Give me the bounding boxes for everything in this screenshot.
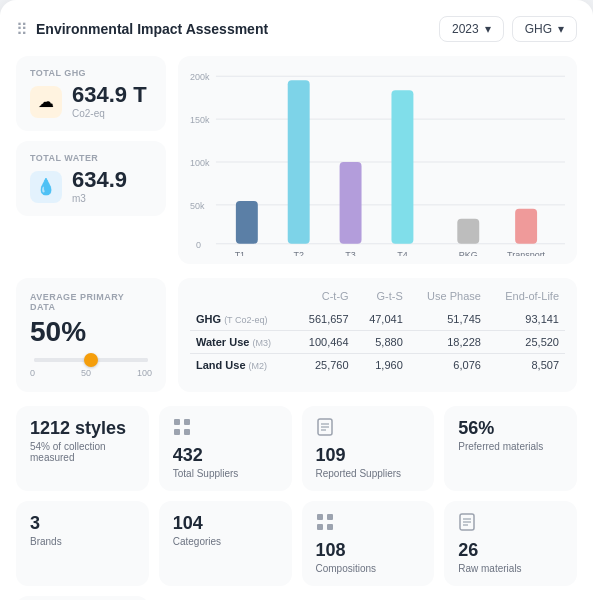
table-row: Land Use (M2)25,7601,9606,0768,507 — [190, 354, 565, 377]
row-label-cell: Land Use (M2) — [190, 354, 293, 377]
svg-text:T4: T4 — [397, 250, 407, 256]
svg-text:0: 0 — [196, 240, 201, 250]
svg-rect-14 — [457, 219, 479, 244]
svg-rect-30 — [317, 514, 323, 520]
page-title: Environmental Impact Assessment — [36, 21, 268, 37]
suppliers-icon — [173, 418, 278, 441]
stat-styles-value: 1212 styles — [30, 418, 135, 439]
stat-reported: 109 Reported Suppliers — [302, 406, 435, 491]
row-value-3: 8,507 — [487, 354, 565, 377]
row-value-2: 51,745 — [409, 308, 487, 331]
chart-area: 200k 150k 100k 50k 0 — [178, 56, 577, 264]
svg-text:100k: 100k — [190, 158, 210, 168]
water-icon: 💧 — [30, 171, 62, 203]
svg-rect-10 — [236, 201, 258, 244]
stat-suppliers-sub: Total Suppliers — [173, 468, 278, 479]
svg-rect-25 — [184, 429, 190, 435]
svg-text:200k: 200k — [190, 72, 210, 82]
mid-section: AVERAGE PRIMARY DATA 50% 0 50 100 C-t-G … — [16, 278, 577, 392]
top-section: TOTAL GHG ☁ 634.9 T Co2-eq TOTAL WATER 💧… — [16, 56, 577, 264]
row-label-cell: GHG (T Co2-eq) — [190, 308, 293, 331]
stat-preferred: 56% Preferred materials — [444, 406, 577, 491]
stat-reported-sub: Reported Suppliers — [316, 468, 421, 479]
stat-preferred-value: 56% — [458, 418, 563, 439]
ghg-kpi-row: ☁ 634.9 T Co2-eq — [30, 84, 152, 119]
ghg-dropdown[interactable]: GHG ▾ — [512, 16, 577, 42]
ghg-icon: ☁ — [30, 86, 62, 118]
row-value-0: 25,760 — [293, 354, 354, 377]
slider-min: 0 — [30, 368, 35, 378]
svg-text:T3: T3 — [345, 250, 355, 256]
row-value-3: 93,141 — [487, 308, 565, 331]
row-value-2: 18,228 — [409, 331, 487, 354]
col-ctg: C-t-G — [293, 288, 354, 308]
slider-max: 100 — [137, 368, 152, 378]
stat-reported-value: 109 — [316, 445, 421, 466]
stat-compositions-sub: Compositions — [316, 563, 421, 574]
chevron-down-icon: ▾ — [485, 22, 491, 36]
raw-icon — [458, 513, 563, 536]
stat-fibers: Up to 3 Fibers in a blend — [16, 596, 149, 600]
col-label — [190, 288, 293, 308]
impact-table: C-t-G G-t-S Use Phase End-of-Life GHG (T… — [190, 288, 565, 376]
svg-rect-12 — [340, 162, 362, 244]
stat-categories-value: 104 — [173, 513, 278, 534]
svg-rect-33 — [327, 524, 333, 530]
chevron-down-icon: ▾ — [558, 22, 564, 36]
row-value-1: 1,960 — [355, 354, 409, 377]
stat-styles: 1212 styles 54% of collection measured — [16, 406, 149, 491]
year-dropdown[interactable]: 2023 ▾ — [439, 16, 504, 42]
water-kpi-row: 💧 634.9 m3 — [30, 169, 152, 204]
avg-value: 50% — [30, 316, 152, 348]
grid-icon: ⠿ — [16, 20, 28, 39]
water-value: 634.9 — [72, 169, 127, 191]
stat-preferred-sub: Preferred materials — [458, 441, 563, 452]
stat-brands-sub: Brands — [30, 536, 135, 547]
svg-text:150k: 150k — [190, 115, 210, 125]
table-row: GHG (T Co2-eq)561,65747,04151,74593,141 — [190, 308, 565, 331]
ghg-kpi-card: TOTAL GHG ☁ 634.9 T Co2-eq — [16, 56, 166, 131]
svg-text:PKG: PKG — [459, 250, 478, 256]
svg-text:Transport: Transport — [507, 250, 546, 256]
slider-labels: 0 50 100 — [30, 368, 152, 378]
stat-suppliers-value: 432 — [173, 445, 278, 466]
stat-raw: 26 Raw materials — [444, 501, 577, 586]
ghg-kpi-label: TOTAL GHG — [30, 68, 152, 78]
stats-grid-top: 1212 styles 54% of collection measured 4… — [16, 406, 577, 491]
stat-compositions: 108 Compositions — [302, 501, 435, 586]
row-value-0: 100,464 — [293, 331, 354, 354]
svg-rect-32 — [317, 524, 323, 530]
svg-text:T2: T2 — [293, 250, 303, 256]
ghg-unit: Co2-eq — [72, 108, 147, 119]
svg-text:T1: T1 — [235, 250, 245, 256]
water-kpi-card: TOTAL WATER 💧 634.9 m3 — [16, 141, 166, 216]
ghg-value-block: 634.9 T Co2-eq — [72, 84, 147, 119]
stat-raw-value: 26 — [458, 540, 563, 561]
row-value-1: 5,880 — [355, 331, 409, 354]
ghg-value: 634.9 T — [72, 84, 147, 106]
svg-rect-15 — [515, 209, 537, 244]
stat-brands: 3 Brands — [16, 501, 149, 586]
stats-grid-bottom: 3 Brands 104 Categories 108 Compositions — [16, 501, 577, 600]
slider-thumb[interactable] — [84, 353, 98, 367]
svg-rect-22 — [174, 419, 180, 425]
data-table-wrap: C-t-G G-t-S Use Phase End-of-Life GHG (T… — [178, 278, 577, 392]
row-value-2: 6,076 — [409, 354, 487, 377]
slider-track[interactable] — [34, 358, 148, 362]
header-left: ⠿ Environmental Impact Assessment — [16, 20, 268, 39]
table-header-row: C-t-G G-t-S Use Phase End-of-Life — [190, 288, 565, 308]
col-eol: End-of-Life — [487, 288, 565, 308]
water-kpi-label: TOTAL WATER — [30, 153, 152, 163]
reported-icon — [316, 418, 421, 441]
header-controls: 2023 ▾ GHG ▾ — [439, 16, 577, 42]
stat-categories-sub: Categories — [173, 536, 278, 547]
stat-categories: 104 Categories — [159, 501, 292, 586]
avg-label: AVERAGE PRIMARY DATA — [30, 292, 152, 312]
svg-rect-31 — [327, 514, 333, 520]
stat-brands-value: 3 — [30, 513, 135, 534]
compositions-icon — [316, 513, 421, 536]
stat-raw-sub: Raw materials — [458, 563, 563, 574]
row-value-0: 561,657 — [293, 308, 354, 331]
col-use: Use Phase — [409, 288, 487, 308]
stat-suppliers: 432 Total Suppliers — [159, 406, 292, 491]
